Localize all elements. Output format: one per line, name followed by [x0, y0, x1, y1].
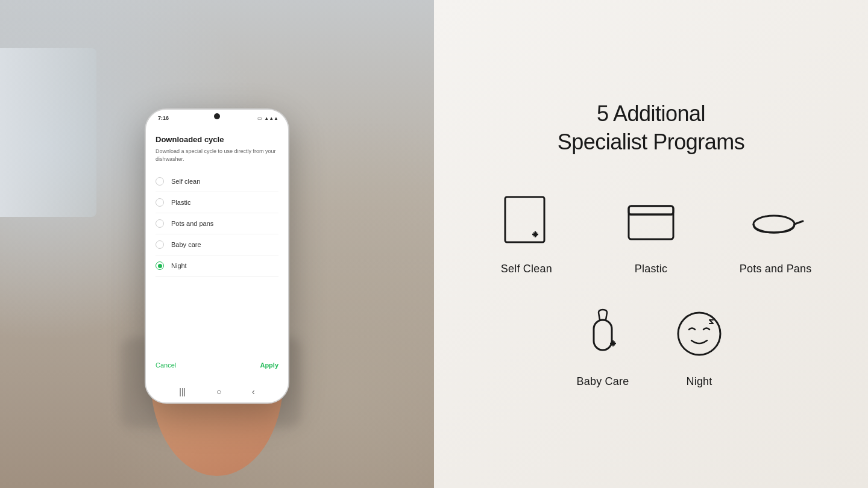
svg-point-15 [678, 313, 720, 355]
plastic-icon [621, 193, 681, 253]
self-clean-icon [496, 193, 556, 253]
phone-hand-container: 7:16 ▭ ▲▲▲ Downloaded cycle Download a s… [145, 108, 289, 404]
baby-care-icon [573, 305, 633, 366]
svg-rect-6 [629, 206, 673, 214]
radio-night[interactable] [156, 261, 164, 270]
svg-rect-10 [594, 320, 612, 350]
plastic-label: Plastic [635, 263, 667, 275]
heading-line2: Specialist Programs [558, 130, 745, 154]
cycle-label-self-clean: Self clean [171, 178, 200, 185]
window-light [0, 48, 96, 217]
nav-home-icon[interactable]: ○ [216, 387, 221, 396]
dialog-actions: Cancel Apply [156, 355, 278, 372]
cycle-item-self-clean[interactable]: Self clean [156, 171, 278, 192]
phone-status-bar: 7:16 ▭ ▲▲▲ [146, 110, 288, 127]
apply-button[interactable]: Apply [260, 361, 278, 369]
cycle-item-pots-pans[interactable]: Pots and pans [156, 213, 278, 234]
pots-pans-icon [746, 193, 806, 253]
phone-status-icons: ▭ ▲▲▲ [257, 116, 278, 121]
nav-menu-icon[interactable]: ||| [179, 387, 186, 396]
phone-dialog: Downloaded cycle Download a special cycl… [146, 127, 288, 381]
phone-camera-notch [214, 113, 220, 119]
cycle-list: Self clean Plastic Pots and pans [156, 171, 278, 355]
program-baby-care: Baby Care [573, 305, 633, 388]
radio-baby-care[interactable] [156, 240, 164, 249]
heading-title: 5 Additional Specialist Programs [558, 100, 745, 157]
phone-frame: 7:16 ▭ ▲▲▲ Downloaded cycle Download a s… [145, 108, 289, 404]
radio-plastic[interactable] [156, 198, 164, 207]
svg-rect-5 [629, 206, 673, 239]
heading-line1: 5 Additional [597, 101, 705, 126]
heading: 5 Additional Specialist Programs [558, 100, 745, 157]
right-panel: 5 Additional Specialist Programs Self Cl… [434, 0, 868, 488]
program-pots-pans: Pots and Pans [719, 193, 832, 275]
program-self-clean: Self Clean [470, 193, 583, 275]
cycle-item-night[interactable]: Night [156, 255, 278, 277]
cycle-item-plastic[interactable]: Plastic [156, 192, 278, 213]
cycle-label-pots-pans: Pots and pans [171, 220, 213, 227]
phone-nav-bar: ||| ○ ‹ [146, 381, 288, 402]
program-night: Night [669, 305, 729, 388]
baby-care-label: Baby Care [577, 375, 629, 388]
radio-pots-pans[interactable] [156, 219, 164, 228]
cycle-label-baby-care: Baby care [171, 241, 201, 248]
phone-screen: Downloaded cycle Download a special cycl… [146, 127, 288, 381]
radio-self-clean[interactable] [156, 177, 164, 186]
signal-icon: ▲▲▲ [264, 116, 278, 121]
night-label: Night [686, 375, 712, 388]
cancel-button[interactable]: Cancel [156, 361, 176, 369]
program-plastic: Plastic [595, 193, 708, 275]
svg-rect-0 [505, 197, 544, 242]
cycle-label-night: Night [171, 262, 187, 269]
nav-back-icon[interactable]: ‹ [252, 387, 255, 396]
night-icon [669, 305, 729, 366]
battery-icon: ▭ [257, 116, 262, 121]
pots-pans-label: Pots and Pans [740, 263, 812, 275]
dialog-title: Downloaded cycle [156, 135, 278, 144]
cycle-item-baby-care[interactable]: Baby care [156, 234, 278, 255]
programs-bottom-row: Baby Care Night [470, 305, 832, 388]
phone-time: 7:16 [158, 115, 169, 121]
programs-top-row: Self Clean Plastic [470, 193, 832, 299]
dialog-subtitle: Download a special cycle to use directly… [156, 148, 278, 163]
cycle-label-plastic: Plastic [171, 199, 190, 206]
self-clean-label: Self Clean [501, 263, 552, 275]
left-panel: 7:16 ▭ ▲▲▲ Downloaded cycle Download a s… [0, 0, 434, 488]
svg-line-9 [794, 221, 803, 224]
